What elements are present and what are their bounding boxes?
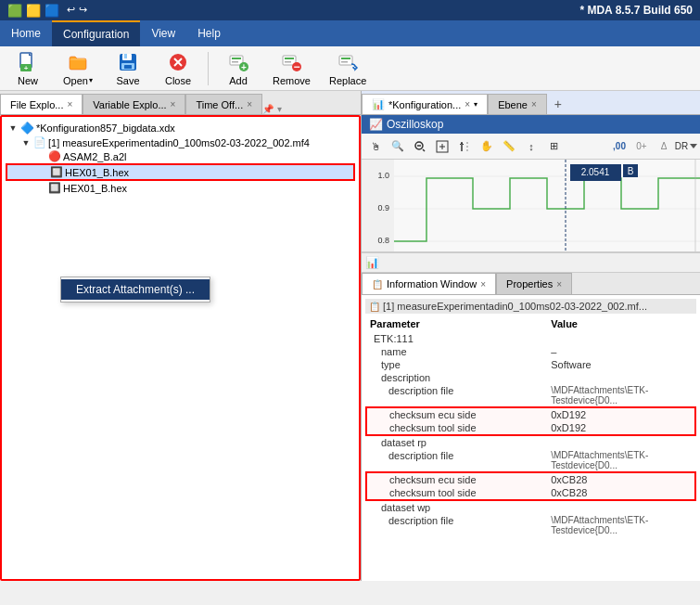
tab-time-offset-close[interactable]: ×	[247, 99, 252, 109]
konfiguration-icon: 📊	[372, 98, 385, 110]
info-file-icon: 📋	[369, 302, 380, 312]
tab-variable-explorer-close[interactable]: ×	[171, 99, 176, 109]
redo-icon[interactable]: ↪	[79, 4, 87, 18]
remove-label: Remove	[273, 75, 311, 86]
info-file-title-text: [1] measureExperimentadin0_100ms02-03-20…	[383, 301, 647, 312]
info-param-desc-file: description file	[366, 384, 547, 407]
info-row-desc-file: description file \MDFAttachments\ETK-Tes…	[366, 384, 695, 407]
hex1-expand-spacer	[37, 167, 48, 178]
add-button[interactable]: + Add	[214, 46, 262, 91]
tree-hex2-item[interactable]: 🔲 HEX01_B.hex	[6, 181, 355, 195]
tab-ebene-close[interactable]: ×	[531, 99, 537, 109]
info-val-name: –	[547, 345, 695, 358]
osc-cursor-btn[interactable]: 🖱	[365, 136, 386, 157]
osc-pan-btn[interactable]: ✋	[477, 136, 497, 157]
info-val-etk	[547, 332, 695, 345]
tree-mf4-item[interactable]: ▼ 📄 [1] measureExperimentadin0_100ms02-0…	[6, 135, 355, 149]
info-tab-bar: 📋 Information Window × Properties ×	[362, 273, 700, 295]
tab-variable-explorer-label: Variable Explo...	[93, 99, 166, 110]
info-row-checksum-tool2: checksum tool side 0xCB28	[366, 486, 695, 500]
app-icon-2: 🟨	[26, 4, 41, 18]
svg-rect-13	[232, 58, 241, 59]
menu-view[interactable]: View	[140, 20, 186, 46]
tab-dropdown-button[interactable]: ▾	[274, 104, 286, 114]
save-button[interactable]: Save	[104, 46, 152, 91]
tab-information-window[interactable]: 📋 Information Window ×	[362, 273, 496, 294]
root-label: *Konfiguration857_bigdata.xdx	[36, 122, 175, 134]
tab-time-offset[interactable]: Time Off... ×	[185, 94, 262, 114]
svg-rect-14	[232, 61, 238, 63]
tab-konfiguration-label: *Konfiguration...	[388, 99, 461, 110]
tree-a2l-item[interactable]: 🔴 ASAM2_B.a2l	[6, 149, 355, 163]
osc-cursor2-btn[interactable]	[454, 136, 475, 157]
mf4-expand-icon[interactable]: ▼	[20, 137, 32, 148]
app-icon-1: 🟩	[7, 4, 22, 18]
save-label: Save	[116, 75, 139, 86]
tab-add-button[interactable]: +	[547, 94, 569, 114]
new-icon: +	[17, 51, 39, 73]
tab-konfiguration-close[interactable]: ×	[465, 99, 470, 109]
close-button[interactable]: Close	[154, 46, 202, 91]
tab-info-close[interactable]: ×	[480, 279, 486, 290]
svg-rect-23	[341, 58, 350, 59]
menu-help[interactable]: Help	[186, 20, 232, 46]
tree-root[interactable]: ▼ 🔷 *Konfiguration857_bigdata.xdx	[6, 121, 355, 135]
info-row-description: description	[366, 371, 695, 384]
info-row-desc-file3: description file \MDFAttachments\ETK-Tes…	[366, 514, 695, 536]
open-dropdown-arrow: ▾	[89, 76, 93, 84]
tab-variable-explorer[interactable]: Variable Explo... ×	[83, 94, 185, 114]
undo-icon[interactable]: ↩	[67, 4, 75, 18]
hex2-icon: 🔲	[48, 182, 61, 194]
tab-pin-button[interactable]: 📌	[262, 104, 274, 114]
tab-file-explorer[interactable]: File Explo... ×	[0, 94, 83, 114]
info-param-type: type	[366, 358, 547, 371]
oscilloscope-view: 1.0 0.9 0.8 2.0541 B	[362, 160, 700, 252]
main-toolbar: + New Open ▾ Save	[0, 46, 700, 91]
info-row-checksum-ecu2: checksum ecu side 0xCB28	[366, 472, 695, 486]
tab-file-explorer-close[interactable]: ×	[67, 99, 72, 109]
tab-properties[interactable]: Properties ×	[496, 273, 572, 294]
oscilloscope-section: 📈 Oszilloskop 🖱 🔍 ✋ 📏 ↕ ⊞	[362, 115, 700, 252]
info-val-checksum-ecu: 0xD192	[547, 407, 695, 421]
osc-measure-btn[interactable]: 📏	[499, 136, 519, 157]
menu-configuration[interactable]: Configuration	[52, 20, 140, 46]
tree-hex1-item[interactable]: 🔲 HEX01_B.hex	[6, 163, 355, 181]
osc-val1-btn[interactable]: ,00	[609, 136, 630, 157]
context-extract-button[interactable]: Extract Attachment(s) ...	[61, 279, 210, 300]
info-param-dataset-wp: dataset wp	[366, 500, 547, 514]
info-row-etk: ETK:111	[366, 332, 695, 345]
tab-dropdown-icon[interactable]: ▾	[474, 100, 477, 109]
osc-fit-btn[interactable]	[432, 136, 452, 157]
info-val-desc	[547, 371, 695, 384]
new-button[interactable]: + New	[4, 46, 52, 91]
tab-ebene[interactable]: Ebene ×	[488, 94, 547, 114]
bottom-chart-icon[interactable]: 📊	[365, 256, 379, 269]
info-val-desc-file3: \MDFAttachments\ETK-Testdevice{D0...	[547, 514, 695, 536]
info-val-desc-file: \MDFAttachments\ETK-Testdevice{D0...	[547, 384, 695, 407]
info-val-dataset-wp	[547, 500, 695, 514]
close-label: Close	[165, 75, 191, 86]
osc-zoomin-btn[interactable]: 🔍	[388, 136, 408, 157]
osc-grid-btn[interactable]: ⊞	[543, 136, 564, 157]
osc-dr-btn[interactable]: DR	[676, 136, 696, 157]
svg-rect-24	[341, 61, 348, 63]
svg-line-27	[423, 149, 425, 151]
oscilloscope-title: Oszilloskop	[387, 118, 443, 131]
tab-properties-close[interactable]: ×	[556, 279, 562, 290]
remove-icon: −	[280, 51, 302, 73]
replace-button[interactable]: Replace	[321, 46, 375, 91]
remove-button[interactable]: − Remove	[264, 46, 319, 91]
osc-val3-btn[interactable]: Δ	[654, 136, 674, 157]
close-icon	[167, 51, 189, 73]
add-label: Add	[229, 75, 248, 86]
osc-val2-btn[interactable]: 0+	[631, 136, 652, 157]
root-expand-icon[interactable]: ▼	[7, 122, 19, 134]
oscilloscope-canvas: 1.0 0.9 0.8 2.0541 B	[362, 160, 700, 252]
app-icon-3: 🟦	[45, 4, 59, 18]
tab-file-explorer-label: File Explo...	[10, 99, 63, 110]
open-button[interactable]: Open ▾	[54, 46, 102, 91]
osc-arrow-btn[interactable]: ↕	[521, 136, 541, 157]
tab-konfiguration[interactable]: 📊 *Konfiguration... × ▾	[362, 94, 488, 114]
osc-zoomout-btn[interactable]	[410, 136, 430, 157]
menu-home[interactable]: Home	[0, 20, 52, 46]
